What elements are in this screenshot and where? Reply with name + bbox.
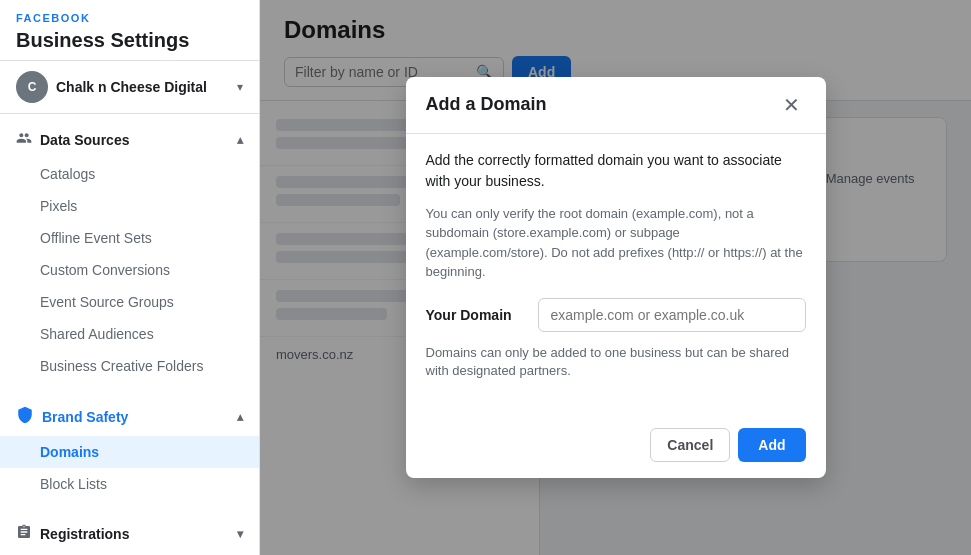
sidebar-item-offline-event-sets[interactable]: Offline Event Sets [0, 222, 259, 254]
modal-overlay[interactable]: Add a Domain ✕ Add the correctly formatt… [260, 0, 971, 555]
cancel-button[interactable]: Cancel [650, 428, 730, 462]
modal-footer: Cancel Add [406, 416, 826, 478]
business-settings-title: Business Settings [16, 28, 243, 52]
avatar: C [16, 71, 48, 103]
modal-title: Add a Domain [426, 94, 547, 115]
sidebar-item-custom-conversions[interactable]: Custom Conversions [0, 254, 259, 286]
modal-header: Add a Domain ✕ [406, 77, 826, 134]
facebook-wordmark: FACEBOOK [16, 12, 243, 24]
form-helper-text: Domains can only be added to one busines… [426, 344, 806, 380]
people-icon [16, 130, 32, 150]
sidebar-item-event-source-groups[interactable]: Event Source Groups [0, 286, 259, 318]
sidebar-item-shared-audiences[interactable]: Shared Audiences [0, 318, 259, 350]
form-row-domain: Your Domain [426, 298, 806, 332]
modal-description: Add the correctly formatted domain you w… [426, 150, 806, 192]
nav-section-header-registrations[interactable]: Registrations ▾ [0, 516, 259, 552]
chevron-down-icon: ▾ [237, 80, 243, 94]
form-label-domain: Your Domain [426, 307, 526, 323]
clipboard-icon [16, 524, 32, 544]
modal-body: Add the correctly formatted domain you w… [406, 134, 826, 416]
nav-section-data-sources: Data Sources ▴ Catalogs Pixels Offline E… [0, 114, 259, 390]
sidebar-item-business-creative-folders[interactable]: Business Creative Folders [0, 350, 259, 382]
domain-input[interactable] [538, 298, 806, 332]
sidebar-item-domains[interactable]: Domains [0, 436, 259, 468]
brand-safety-label: Brand Safety [42, 409, 237, 425]
sidebar: FACEBOOK Business Settings C Chalk n Che… [0, 0, 260, 555]
nav-section-brand-safety: Brand Safety ▴ Domains Block Lists [0, 390, 259, 508]
modal-add-button[interactable]: Add [738, 428, 805, 462]
registrations-label: Registrations [40, 526, 237, 542]
modal-description-detail: You can only verify the root domain (exa… [426, 204, 806, 282]
add-domain-modal: Add a Domain ✕ Add the correctly formatt… [406, 77, 826, 478]
modal-close-button[interactable]: ✕ [777, 93, 806, 117]
collapse-icon-registrations: ▾ [237, 527, 243, 541]
main-content: Domains 🔍 Add [260, 0, 971, 555]
account-name: Chalk n Cheese Digital [56, 79, 237, 95]
sidebar-header: FACEBOOK Business Settings [0, 0, 259, 61]
account-selector[interactable]: C Chalk n Cheese Digital ▾ [0, 61, 259, 114]
sidebar-item-block-lists[interactable]: Block Lists [0, 468, 259, 500]
nav-section-header-brand-safety[interactable]: Brand Safety ▴ [0, 398, 259, 436]
nav-section-registrations: Registrations ▾ [0, 508, 259, 555]
collapse-icon-data-sources: ▴ [237, 133, 243, 147]
data-sources-label: Data Sources [40, 132, 237, 148]
sidebar-item-catalogs[interactable]: Catalogs [0, 158, 259, 190]
sidebar-item-pixels[interactable]: Pixels [0, 190, 259, 222]
shield-icon [16, 406, 34, 428]
nav-section-header-data-sources[interactable]: Data Sources ▴ [0, 122, 259, 158]
collapse-icon-brand-safety: ▴ [237, 410, 243, 424]
